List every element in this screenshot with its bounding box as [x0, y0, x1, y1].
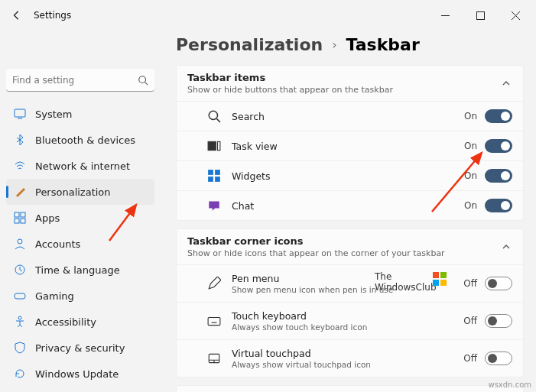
- toggle-state: On: [464, 170, 477, 181]
- svg-rect-14: [208, 170, 213, 175]
- breadcrumb-parent[interactable]: Personalization: [176, 35, 323, 54]
- row-label: Search: [232, 111, 464, 122]
- taskview-icon: [207, 139, 221, 153]
- nav-label: Windows Update: [35, 368, 119, 380]
- nav-personalization[interactable]: Personalization: [6, 179, 154, 205]
- nav-label: Personalization: [35, 186, 111, 198]
- panel-taskbar-items: Taskbar items Show or hide buttons that …: [176, 65, 524, 221]
- row-desc: Show pen menu icon when pen is in use: [232, 285, 463, 294]
- svg-rect-12: [208, 141, 216, 150]
- row-desc: Always show touch keyboard icon: [232, 322, 463, 332]
- panel-subtitle: Show or hide buttons that appear on the …: [187, 85, 393, 95]
- search-icon: [138, 75, 148, 86]
- nav-label: Apps: [35, 212, 60, 224]
- panel-header[interactable]: Taskbar items Show or hide buttons that …: [177, 66, 523, 101]
- minimize-button[interactable]: [427, 3, 463, 28]
- nav-accessibility[interactable]: Accessibility: [6, 309, 154, 335]
- nav-label: Bluetooth & devices: [35, 134, 135, 146]
- nav-time[interactable]: Time & language: [6, 257, 154, 283]
- svg-rect-9: [15, 293, 25, 299]
- toggle-pen[interactable]: [485, 277, 512, 290]
- toggle-state: On: [464, 111, 477, 121]
- back-button[interactable]: [3, 2, 31, 29]
- toggle-touchpad[interactable]: [485, 352, 512, 365]
- accessibility-icon: [14, 316, 26, 328]
- close-button[interactable]: [498, 3, 533, 28]
- toggle-touch[interactable]: [485, 314, 512, 328]
- widgets-icon: [207, 169, 221, 183]
- maximize-button[interactable]: [463, 3, 498, 28]
- nav-accounts[interactable]: Accounts: [6, 231, 154, 257]
- keyboard-icon: [207, 314, 221, 328]
- toggle-widgets[interactable]: [485, 169, 512, 183]
- row-chat: Chat On: [177, 190, 523, 220]
- row-desc: Always show virtual touchpad icon: [232, 360, 463, 369]
- row-widgets: Widgets On: [177, 160, 523, 190]
- nav-update[interactable]: Windows Update: [6, 361, 154, 387]
- breadcrumb-current: Taskbar: [346, 35, 420, 54]
- nav-label: Privacy & security: [35, 342, 125, 354]
- toggle-state: Off: [463, 316, 477, 326]
- nav-label: Time & language: [35, 264, 120, 276]
- account-header[interactable]: [6, 31, 154, 64]
- search-icon: [207, 109, 221, 123]
- search-box[interactable]: [6, 69, 154, 92]
- windows-logo-icon: [433, 272, 447, 286]
- svg-point-7: [18, 239, 22, 244]
- search-input[interactable]: [12, 75, 138, 86]
- nav-network[interactable]: Network & internet: [6, 153, 154, 179]
- row-label: Chat: [232, 200, 464, 212]
- row-label: Touch keyboard: [232, 310, 463, 322]
- panel-corner-icons: Taskbar corner icons Show or hide icons …: [176, 228, 524, 377]
- toggle-search[interactable]: [485, 109, 512, 123]
- row-label: Pen menu: [232, 273, 463, 284]
- svg-rect-3: [15, 212, 19, 217]
- toggle-state: Off: [463, 278, 477, 289]
- source-watermark: wsxdn.com: [488, 381, 531, 389]
- svg-rect-5: [15, 219, 19, 223]
- wifi-icon: [14, 160, 26, 172]
- sidebar: System Bluetooth & devices Network & int…: [0, 31, 161, 392]
- nav-apps[interactable]: Apps: [6, 205, 154, 231]
- row-label: Virtual touchpad: [232, 348, 463, 359]
- pen-icon: [207, 277, 221, 290]
- nav-privacy[interactable]: Privacy & security: [6, 335, 154, 361]
- nav-bluetooth[interactable]: Bluetooth & devices: [6, 127, 154, 153]
- svg-rect-0: [476, 11, 484, 19]
- svg-rect-18: [208, 318, 220, 326]
- toggle-taskview[interactable]: [485, 139, 512, 153]
- nav-gaming[interactable]: Gaming: [6, 283, 154, 309]
- brush-icon: [14, 186, 26, 198]
- row-pen: Pen menuShow pen menu icon when pen is i…: [177, 264, 523, 302]
- row-label: Widgets: [232, 170, 464, 182]
- nav-label: System: [35, 109, 72, 120]
- nav-system[interactable]: System: [6, 101, 154, 127]
- svg-rect-15: [215, 170, 220, 175]
- apps-icon: [14, 212, 26, 224]
- touchpad-icon: [207, 352, 221, 365]
- svg-rect-4: [21, 212, 25, 217]
- toggle-chat[interactable]: [485, 199, 512, 212]
- svg-rect-13: [218, 141, 220, 150]
- person-icon: [14, 238, 26, 250]
- panel-title: Taskbar items: [187, 72, 393, 83]
- nav-label: Network & internet: [35, 160, 130, 172]
- shield-icon: [14, 342, 26, 354]
- system-icon: [14, 108, 26, 120]
- svg-point-11: [209, 111, 217, 119]
- chat-icon: [207, 199, 221, 212]
- row-touch: Touch keyboardAlways show touch keyboard…: [177, 302, 523, 339]
- svg-rect-2: [15, 109, 25, 117]
- row-label: Task view: [232, 141, 464, 152]
- window-controls: [427, 3, 533, 28]
- gaming-icon: [14, 290, 26, 302]
- bluetooth-icon: [14, 134, 26, 146]
- chevron-right-icon: ›: [332, 37, 336, 52]
- svg-point-10: [18, 316, 21, 319]
- row-touchpad: Virtual touchpadAlways show virtual touc…: [177, 339, 523, 377]
- panel-header[interactable]: Taskbar corner icons Show or hide icons …: [177, 229, 523, 264]
- svg-rect-6: [21, 219, 25, 223]
- nav-label: Accessibility: [35, 316, 96, 328]
- nav-label: Gaming: [35, 290, 74, 302]
- clock-icon: [14, 264, 26, 276]
